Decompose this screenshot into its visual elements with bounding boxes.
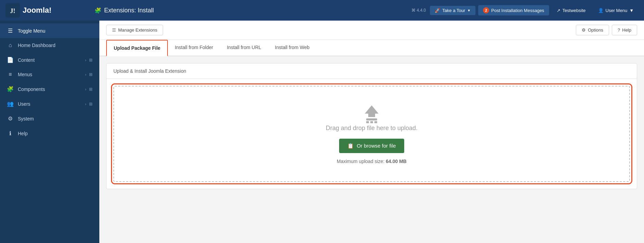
tab-install-url[interactable]: Install from URL (220, 40, 268, 56)
svg-text:J!: J! (10, 8, 15, 14)
chevron-down-icon: ▼ (467, 9, 471, 12)
sidebar-item-label: Toggle Menu (18, 28, 45, 34)
notification-badge: 2 (483, 7, 489, 13)
sidebar-item-content[interactable]: 📄 Content › ⊞ (0, 53, 99, 67)
drag-drop-text: Drag and drop file here to upload. (326, 125, 418, 132)
upload-section-title: Upload & Install Joomla Extension (107, 63, 637, 79)
options-button[interactable]: ⚙ Options (576, 25, 609, 35)
take-tour-button[interactable]: 🚀 Take a Tour ▼ (430, 6, 475, 15)
logo: J! Joomla! (5, 3, 95, 18)
sidebar-item-home[interactable]: ⌂ Home Dashboard (0, 38, 99, 53)
question-icon: ? (618, 27, 620, 33)
help-button[interactable]: ? Help (612, 25, 637, 35)
tabs-bar: Upload Package File Install from Folder … (99, 40, 644, 56)
chevron-right-icon: › (85, 87, 86, 91)
upload-drop-zone[interactable]: Drag and drop file here to upload. 📋 Or … (113, 86, 630, 182)
logo-text: Joomla! (23, 6, 51, 15)
upload-icon (361, 104, 382, 125)
sidebar: ☰ Toggle Menu ⌂ Home Dashboard 📄 Content… (0, 21, 99, 243)
chevron-right-icon: › (85, 102, 86, 106)
help-sidebar-icon: ℹ (7, 130, 14, 137)
external-link-icon: ↗ (557, 8, 560, 13)
topbar: J! Joomla! 🧩 Extensions: Install ⌘ 4.4.0… (0, 0, 644, 21)
upload-drop-zone-container: Drag and drop file here to upload. 📋 Or … (107, 79, 637, 189)
joomla-logo-icon: J! (5, 3, 20, 18)
list-icon: ☰ (112, 27, 116, 33)
svg-rect-4 (366, 121, 369, 123)
sidebar-item-menus[interactable]: ≡ Menus › ⊞ (0, 67, 99, 82)
sidebar-item-label: Home Dashboard (18, 43, 55, 48)
upload-section: Upload & Install Joomla Extension Drag a… (106, 63, 637, 189)
grid-icon: ⊞ (89, 58, 92, 62)
grid-icon: ⊞ (89, 72, 92, 77)
svg-rect-5 (370, 121, 373, 123)
users-icon: 👥 (7, 101, 14, 107)
tab-upload-package[interactable]: Upload Package File (106, 40, 168, 56)
file-icon: 📋 (347, 143, 354, 149)
page-title-topbar: 🧩 Extensions: Install (95, 7, 411, 14)
sidebar-item-label: Help (18, 131, 28, 136)
sidebar-item-users[interactable]: 👥 Users › ⊞ (0, 96, 99, 111)
svg-rect-3 (366, 118, 377, 120)
svg-rect-6 (374, 121, 377, 123)
post-install-messages-button[interactable]: 2 Post Installation Messages (478, 5, 549, 15)
sidebar-item-label: Content (18, 57, 35, 63)
puzzle-icon: 🧩 (95, 7, 101, 14)
grid-icon: ⊞ (89, 87, 92, 92)
toggle-menu-icon: ☰ (7, 27, 14, 34)
post-install-label: Post Installation Messages (491, 8, 544, 13)
testwebsite-button[interactable]: ↗ Testwebsite (552, 6, 591, 15)
sidebar-item-components[interactable]: 🧩 Components › ⊞ (0, 82, 99, 96)
tab-install-folder[interactable]: Install from Folder (168, 40, 220, 56)
user-icon: 👤 (598, 8, 604, 13)
gear-icon: ⚙ (582, 27, 586, 33)
toolbar: ☰ Manage Extensions ⚙ Options ? Help (99, 21, 644, 40)
topbar-right: ⌘ 4.4.0 🚀 Take a Tour ▼ 2 Post Installat… (411, 5, 639, 15)
content-area: ☰ Manage Extensions ⚙ Options ? Help Upl… (99, 21, 644, 243)
sidebar-item-label: Users (18, 101, 30, 107)
home-icon: ⌂ (7, 42, 14, 48)
user-menu-chevron-icon: ▼ (629, 8, 634, 13)
chevron-right-icon: › (85, 58, 86, 62)
toolbar-left: ☰ Manage Extensions (106, 25, 163, 35)
system-icon: ⚙ (7, 115, 14, 122)
toolbar-right: ⚙ Options ? Help (576, 25, 637, 35)
upload-max-size: Maximum upload size: 64.00 MB (337, 159, 407, 164)
sidebar-item-label: Menus (18, 72, 32, 77)
grid-icon: ⊞ (89, 102, 92, 106)
chevron-right-icon: › (85, 72, 86, 77)
version-badge: ⌘ 4.4.0 (411, 8, 426, 13)
sidebar-item-label: Components (18, 86, 45, 92)
components-icon: 🧩 (7, 86, 14, 92)
content-icon: 📄 (7, 57, 14, 63)
tab-install-web[interactable]: Install from Web (268, 40, 317, 56)
menus-icon: ≡ (7, 71, 14, 78)
rocket-icon: 🚀 (435, 8, 440, 13)
main-layout: ☰ Toggle Menu ⌂ Home Dashboard 📄 Content… (0, 21, 644, 243)
sidebar-item-label: System (18, 116, 34, 121)
browse-file-button[interactable]: 📋 Or browse for file (339, 139, 404, 153)
sidebar-item-system[interactable]: ⚙ System (0, 111, 99, 126)
user-menu-button[interactable]: 👤 User Menu ▼ (593, 6, 639, 15)
sidebar-item-help[interactable]: ℹ Help (0, 126, 99, 141)
sidebar-item-toggle[interactable]: ☰ Toggle Menu (0, 23, 99, 38)
manage-extensions-button[interactable]: ☰ Manage Extensions (106, 25, 163, 35)
svg-marker-2 (365, 105, 379, 117)
